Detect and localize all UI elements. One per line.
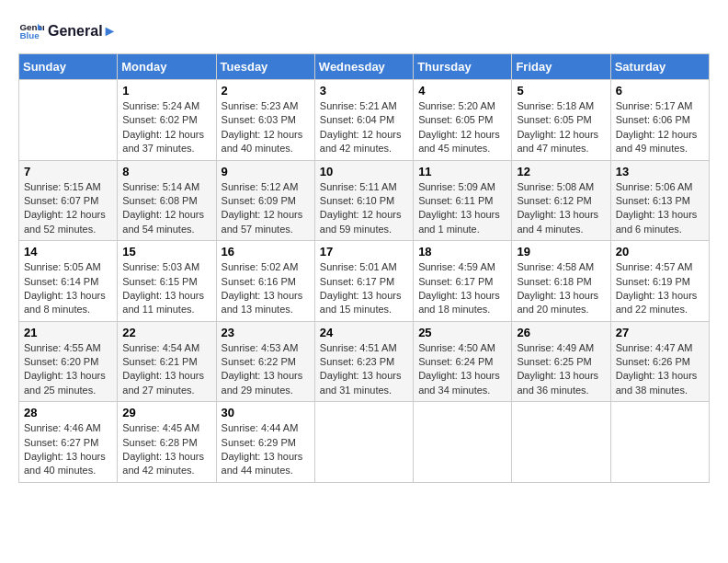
day-number: 20: [616, 245, 704, 259]
day-cell: 7Sunrise: 5:15 AM Sunset: 6:07 PM Daylig…: [19, 160, 118, 241]
calendar-table: SundayMondayTuesdayWednesdayThursdayFrid…: [18, 53, 710, 483]
day-info: Sunrise: 5:14 AM Sunset: 6:08 PM Dayligh…: [122, 180, 210, 237]
day-info: Sunrise: 4:44 AM Sunset: 6:29 PM Dayligh…: [222, 421, 310, 478]
day-cell: 12Sunrise: 5:08 AM Sunset: 6:12 PM Dayli…: [512, 160, 610, 241]
day-number: 18: [418, 245, 506, 259]
day-cell: 6Sunrise: 5:17 AM Sunset: 6:06 PM Daylig…: [610, 80, 709, 161]
day-cell: 24Sunrise: 4:51 AM Sunset: 6:23 PM Dayli…: [314, 321, 413, 402]
day-cell: [314, 402, 413, 483]
day-cell: 28Sunrise: 4:46 AM Sunset: 6:27 PM Dayli…: [19, 402, 118, 483]
day-cell: 11Sunrise: 5:09 AM Sunset: 6:11 PM Dayli…: [414, 160, 512, 241]
day-number: 1: [122, 84, 210, 98]
week-row-1: 1Sunrise: 5:24 AM Sunset: 6:02 PM Daylig…: [19, 80, 710, 161]
day-cell: 5Sunrise: 5:18 AM Sunset: 6:05 PM Daylig…: [512, 80, 610, 161]
day-info: Sunrise: 4:51 AM Sunset: 6:23 PM Dayligh…: [320, 341, 408, 398]
day-number: 10: [320, 165, 408, 178]
header-cell-wednesday: Wednesday: [314, 54, 413, 80]
day-number: 15: [122, 245, 210, 259]
logo-line1: General►: [48, 23, 117, 40]
week-row-5: 28Sunrise: 4:46 AM Sunset: 6:27 PM Dayli…: [19, 402, 710, 483]
day-cell: 26Sunrise: 4:49 AM Sunset: 6:25 PM Dayli…: [512, 321, 610, 402]
day-info: Sunrise: 4:55 AM Sunset: 6:20 PM Dayligh…: [24, 341, 112, 398]
day-info: Sunrise: 5:03 AM Sunset: 6:15 PM Dayligh…: [122, 260, 210, 317]
day-cell: 4Sunrise: 5:20 AM Sunset: 6:05 PM Daylig…: [414, 80, 512, 161]
day-number: 8: [122, 165, 210, 178]
logo: General Blue General►: [18, 18, 117, 44]
header-cell-tuesday: Tuesday: [216, 54, 314, 80]
day-cell: 18Sunrise: 4:59 AM Sunset: 6:17 PM Dayli…: [414, 241, 512, 322]
week-row-4: 21Sunrise: 4:55 AM Sunset: 6:20 PM Dayli…: [19, 321, 710, 402]
header-cell-saturday: Saturday: [610, 54, 709, 80]
page-header: General Blue General►: [18, 18, 710, 44]
day-cell: [19, 80, 118, 161]
day-number: 22: [122, 326, 210, 339]
day-cell: [512, 402, 610, 483]
day-info: Sunrise: 4:49 AM Sunset: 6:25 PM Dayligh…: [517, 341, 605, 398]
day-number: 26: [517, 326, 605, 339]
day-number: 24: [320, 326, 408, 339]
day-info: Sunrise: 5:12 AM Sunset: 6:09 PM Dayligh…: [222, 180, 310, 237]
header-cell-monday: Monday: [118, 54, 216, 80]
day-number: 23: [222, 326, 310, 339]
day-info: Sunrise: 5:18 AM Sunset: 6:05 PM Dayligh…: [517, 99, 605, 156]
day-number: 13: [616, 165, 704, 178]
day-cell: 15Sunrise: 5:03 AM Sunset: 6:15 PM Dayli…: [118, 241, 216, 322]
day-info: Sunrise: 5:01 AM Sunset: 6:17 PM Dayligh…: [320, 260, 408, 317]
header-cell-friday: Friday: [512, 54, 610, 80]
header-cell-thursday: Thursday: [414, 54, 512, 80]
day-number: 19: [517, 245, 605, 259]
day-cell: [414, 402, 512, 483]
day-cell: 21Sunrise: 4:55 AM Sunset: 6:20 PM Dayli…: [19, 321, 118, 402]
day-cell: 27Sunrise: 4:47 AM Sunset: 6:26 PM Dayli…: [610, 321, 709, 402]
day-info: Sunrise: 4:58 AM Sunset: 6:18 PM Dayligh…: [517, 260, 605, 317]
day-number: 14: [24, 245, 112, 259]
day-number: 17: [320, 245, 408, 259]
header-cell-sunday: Sunday: [19, 54, 118, 80]
day-cell: 20Sunrise: 4:57 AM Sunset: 6:19 PM Dayli…: [610, 241, 709, 322]
day-number: 5: [517, 84, 605, 98]
day-cell: 1Sunrise: 5:24 AM Sunset: 6:02 PM Daylig…: [118, 80, 216, 161]
day-cell: 10Sunrise: 5:11 AM Sunset: 6:10 PM Dayli…: [314, 160, 413, 241]
day-info: Sunrise: 5:21 AM Sunset: 6:04 PM Dayligh…: [320, 99, 408, 156]
day-cell: 3Sunrise: 5:21 AM Sunset: 6:04 PM Daylig…: [314, 80, 413, 161]
day-cell: 8Sunrise: 5:14 AM Sunset: 6:08 PM Daylig…: [118, 160, 216, 241]
day-number: 9: [222, 165, 310, 178]
day-cell: 30Sunrise: 4:44 AM Sunset: 6:29 PM Dayli…: [216, 402, 314, 483]
week-row-3: 14Sunrise: 5:05 AM Sunset: 6:14 PM Dayli…: [19, 241, 710, 322]
day-number: 3: [320, 84, 408, 98]
day-info: Sunrise: 4:45 AM Sunset: 6:28 PM Dayligh…: [122, 421, 210, 478]
day-info: Sunrise: 5:09 AM Sunset: 6:11 PM Dayligh…: [418, 180, 506, 237]
day-info: Sunrise: 4:54 AM Sunset: 6:21 PM Dayligh…: [122, 341, 210, 398]
day-cell: 13Sunrise: 5:06 AM Sunset: 6:13 PM Dayli…: [610, 160, 709, 241]
day-info: Sunrise: 4:47 AM Sunset: 6:26 PM Dayligh…: [616, 341, 704, 398]
day-number: 6: [616, 84, 704, 98]
day-info: Sunrise: 5:08 AM Sunset: 6:12 PM Dayligh…: [517, 180, 605, 237]
day-info: Sunrise: 5:05 AM Sunset: 6:14 PM Dayligh…: [24, 260, 112, 317]
day-info: Sunrise: 5:23 AM Sunset: 6:03 PM Dayligh…: [222, 99, 310, 156]
day-cell: 22Sunrise: 4:54 AM Sunset: 6:21 PM Dayli…: [118, 321, 216, 402]
day-number: 2: [222, 84, 310, 98]
day-number: 29: [122, 406, 210, 419]
day-info: Sunrise: 4:59 AM Sunset: 6:17 PM Dayligh…: [418, 260, 506, 317]
day-cell: 2Sunrise: 5:23 AM Sunset: 6:03 PM Daylig…: [216, 80, 314, 161]
day-info: Sunrise: 5:11 AM Sunset: 6:10 PM Dayligh…: [320, 180, 408, 237]
day-number: 28: [24, 406, 112, 419]
day-info: Sunrise: 5:24 AM Sunset: 6:02 PM Dayligh…: [122, 99, 210, 156]
header-row: SundayMondayTuesdayWednesdayThursdayFrid…: [19, 54, 710, 80]
day-info: Sunrise: 5:02 AM Sunset: 6:16 PM Dayligh…: [222, 260, 310, 317]
day-cell: 25Sunrise: 4:50 AM Sunset: 6:24 PM Dayli…: [414, 321, 512, 402]
day-number: 25: [418, 326, 506, 339]
day-number: 21: [24, 326, 112, 339]
day-info: Sunrise: 4:53 AM Sunset: 6:22 PM Dayligh…: [222, 341, 310, 398]
day-info: Sunrise: 4:46 AM Sunset: 6:27 PM Dayligh…: [24, 421, 112, 478]
day-number: 12: [517, 165, 605, 178]
svg-text:Blue: Blue: [19, 30, 40, 40]
day-info: Sunrise: 5:15 AM Sunset: 6:07 PM Dayligh…: [24, 180, 112, 237]
day-number: 30: [222, 406, 310, 419]
day-info: Sunrise: 5:20 AM Sunset: 6:05 PM Dayligh…: [418, 99, 506, 156]
day-cell: 16Sunrise: 5:02 AM Sunset: 6:16 PM Dayli…: [216, 241, 314, 322]
day-info: Sunrise: 4:50 AM Sunset: 6:24 PM Dayligh…: [418, 341, 506, 398]
day-cell: 17Sunrise: 5:01 AM Sunset: 6:17 PM Dayli…: [314, 241, 413, 322]
day-cell: 23Sunrise: 4:53 AM Sunset: 6:22 PM Dayli…: [216, 321, 314, 402]
day-cell: 29Sunrise: 4:45 AM Sunset: 6:28 PM Dayli…: [118, 402, 216, 483]
